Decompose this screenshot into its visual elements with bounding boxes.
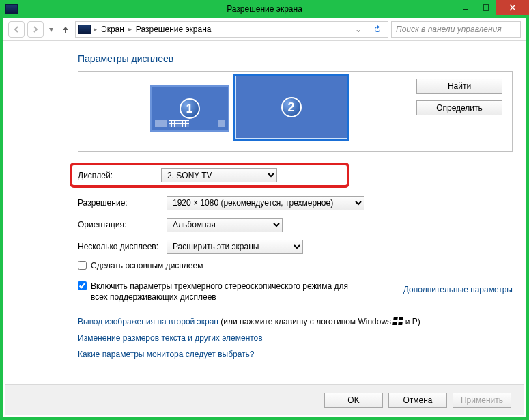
minimize-button[interactable]: [455, 0, 476, 15]
display-row-highlight: Дисплей: 2. SONY TV: [70, 163, 349, 188]
content-area: Параметры дисплеев 1 2 Найти Определить …: [3, 41, 526, 384]
project-suffix: (или нажмите клавишу с логотипом Windows: [220, 317, 393, 326]
titlebar: Разрешение экрана: [0, 0, 529, 18]
breadcrumb[interactable]: ▸ Экран ▸ Разрешение экрана ⌄: [75, 21, 388, 38]
project-suffix2: и P): [405, 317, 420, 326]
maximize-button[interactable]: [476, 0, 496, 15]
preview-buttons: Найти Определить: [416, 72, 512, 151]
orientation-row: Ориентация: Альбомная: [78, 216, 513, 233]
up-button[interactable]: [59, 23, 72, 36]
navbar: ▾ ▸ Экран ▸ Разрешение экрана ⌄ Поиск в …: [3, 18, 526, 41]
footer: OK Отмена Применить: [5, 384, 524, 415]
search-placeholder: Поиск в панели управления: [396, 25, 502, 34]
project-link[interactable]: Вывод изображения на второй экран: [78, 317, 218, 326]
text-size-link[interactable]: Изменение размеров текста и других элеме…: [78, 333, 513, 343]
monitor-2[interactable]: 2: [233, 74, 349, 141]
make-primary-label: Сделать основным дисплеем: [91, 260, 203, 271]
history-dropdown[interactable]: ▾: [46, 21, 56, 38]
make-primary-checkbox[interactable]: [78, 261, 87, 270]
orientation-select[interactable]: Альбомная: [167, 218, 283, 232]
display-select[interactable]: 2. SONY TV: [161, 168, 277, 182]
refresh-button[interactable]: [369, 21, 385, 38]
breadcrumb-seg-1[interactable]: Экран: [100, 25, 126, 34]
section-title: Параметры дисплеев: [78, 53, 513, 64]
stereo3d-label: Включить параметры трехмерного стереоско…: [91, 281, 364, 303]
window: Разрешение экрана ▾ ▸ Экран ▸: [0, 0, 529, 420]
ok-button[interactable]: OK: [324, 393, 383, 408]
window-title: Разрешение экрана: [227, 4, 302, 14]
cancel-button[interactable]: Отмена: [388, 393, 447, 408]
resolution-row: Разрешение: 1920 × 1080 (рекомендуется, …: [78, 195, 513, 211]
window-controls: [455, 0, 529, 15]
app-icon: [5, 4, 18, 14]
close-button[interactable]: [496, 0, 529, 15]
chevron-right-icon: ▸: [94, 25, 97, 33]
forward-button[interactable]: [27, 21, 44, 38]
identify-button[interactable]: Определить: [416, 100, 502, 115]
apply-button[interactable]: Применить: [453, 393, 511, 408]
resolution-select[interactable]: 1920 × 1080 (рекомендуется, трехмерное): [167, 196, 364, 210]
orientation-label: Ориентация:: [78, 220, 167, 229]
monitor-1[interactable]: 1: [150, 85, 229, 132]
breadcrumb-dropdown[interactable]: ⌄: [355, 25, 366, 34]
advanced-link[interactable]: Дополнительные параметры: [403, 285, 513, 294]
make-primary-row: Сделать основным дисплеем: [78, 260, 513, 271]
windows-logo-icon: [393, 317, 403, 325]
display-label: Дисплей:: [78, 171, 161, 180]
stereo3d-checkbox[interactable]: [78, 281, 87, 290]
which-settings-link[interactable]: Какие параметры монитора следует выбрать…: [78, 350, 513, 359]
chevron-right-icon: ▸: [128, 25, 132, 33]
project-link-row: Вывод изображения на второй экран (или н…: [78, 317, 513, 326]
monitor-number-1: 1: [180, 98, 200, 119]
monitor-number-2: 2: [281, 97, 302, 117]
multi-display-label: Несколько дисплеев:: [78, 242, 167, 251]
multi-display-select[interactable]: Расширить эти экраны: [167, 240, 303, 254]
breadcrumb-icon: [78, 25, 91, 34]
monitors-area[interactable]: 1 2: [78, 72, 416, 151]
stereo-and-advanced-row: Включить параметры трехмерного стереоско…: [78, 277, 513, 308]
multi-display-row: Несколько дисплеев: Расширить эти экраны: [78, 238, 513, 255]
find-button[interactable]: Найти: [416, 79, 502, 94]
links-block: Вывод изображения на второй экран (или н…: [78, 317, 513, 359]
display-preview: 1 2 Найти Определить: [78, 71, 513, 152]
monitor-taskbar-decor: [154, 119, 226, 128]
svg-rect-1: [483, 5, 489, 10]
breadcrumb-seg-2[interactable]: Разрешение экрана: [134, 25, 213, 34]
resolution-label: Разрешение:: [78, 198, 167, 208]
back-button[interactable]: [8, 21, 25, 38]
search-input[interactable]: Поиск в панели управления: [391, 21, 521, 38]
